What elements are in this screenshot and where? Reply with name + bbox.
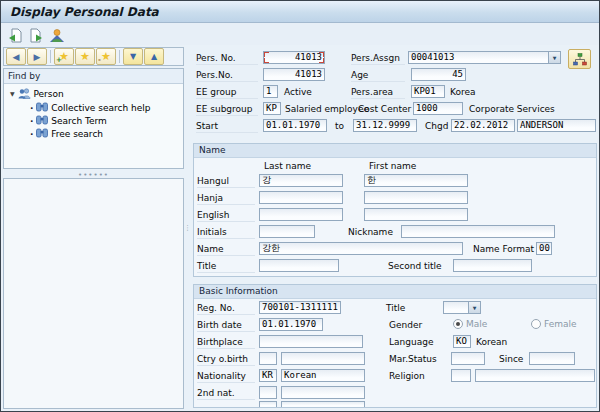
dropdown-arrow-icon[interactable]: ▼ xyxy=(468,302,480,313)
gender-label: Gender xyxy=(389,319,422,331)
forward-button[interactable]: ▶ xyxy=(27,48,47,65)
name-field[interactable]: 강한 xyxy=(259,242,463,255)
application-toolbar xyxy=(1,23,599,45)
name-section-header: Name xyxy=(194,144,596,158)
nationality-code-field[interactable]: KR xyxy=(259,369,277,382)
second-title-field[interactable] xyxy=(453,259,532,272)
gender-female-label: Female xyxy=(544,318,577,330)
pers-no-label: Pers. No. xyxy=(196,52,258,65)
mar-status-label: Mar.Status xyxy=(389,353,437,365)
end-date-field[interactable]: 31.12.9999 xyxy=(353,119,417,132)
hangul-label: Hangul xyxy=(197,175,255,188)
pers-no2-field[interactable]: 41013 xyxy=(263,68,325,81)
org-structure-icon xyxy=(573,53,587,66)
minus-badge: - xyxy=(98,57,101,64)
english-first-field[interactable] xyxy=(364,208,468,221)
remove-favorite-button[interactable]: ★- xyxy=(96,48,116,65)
hangul-last-field[interactable]: 강 xyxy=(259,174,343,187)
sidebar-item-search-term[interactable]: · Search Term xyxy=(30,115,107,128)
first-name-column-header: First name xyxy=(369,160,416,172)
dropdown-arrow-icon[interactable]: ▼ xyxy=(548,52,560,63)
pers-no-field[interactable]: 41013 xyxy=(263,51,325,64)
start-date-field[interactable]: 01.01.1970 xyxy=(263,119,327,132)
ctry-birth-label: Ctry o.birth xyxy=(197,353,255,366)
gender-male-label: Male xyxy=(466,318,487,330)
next-hits-button[interactable]: ▼ xyxy=(123,48,143,65)
add-favorite-button[interactable]: ★+ xyxy=(54,48,74,65)
english-last-field[interactable] xyxy=(259,208,343,221)
chevron-down-icon: ▼ xyxy=(130,52,136,61)
chgd-date-field[interactable]: 22.02.2012 xyxy=(451,119,515,132)
next-record-button[interactable] xyxy=(25,25,45,45)
name-format-field[interactable]: 00 xyxy=(536,242,552,255)
basic-title-combo[interactable]: ▼ xyxy=(443,301,481,314)
ee-group-text: Active xyxy=(284,86,312,98)
vertical-splitter[interactable]: ⋮ xyxy=(185,47,190,409)
initials-label: Initials xyxy=(197,226,255,239)
search-sidebar: ◀ ▶ ★+ ★ ★- ▼ ▲ Find by ▼ Person xyxy=(3,47,184,409)
age-label: Age xyxy=(351,69,405,82)
personnel-button[interactable] xyxy=(47,25,67,45)
nickname-label: Nickname xyxy=(348,226,393,238)
religion-text-field[interactable] xyxy=(475,369,595,382)
pers-assgn-label: Pers.Assgn xyxy=(351,52,405,65)
arrow-left-icon: ◀ xyxy=(13,52,20,62)
sidebar-item-label: Search Term xyxy=(51,116,107,126)
tree-collapse-caret[interactable]: ▼ xyxy=(10,90,15,97)
sidebar-item-free-search[interactable]: · Free search xyxy=(30,128,103,141)
next-record-icon xyxy=(28,28,43,43)
back-button[interactable]: ◀ xyxy=(6,48,26,65)
find-by-panel: Find by ▼ Person · Collective sear xyxy=(3,68,184,169)
pers-assgn-combo[interactable]: 00041013▼ xyxy=(408,51,561,64)
hangul-first-field[interactable]: 한 xyxy=(364,174,468,187)
horizontal-splitter[interactable]: •••••• xyxy=(3,171,184,178)
previous-hits-button[interactable]: ▲ xyxy=(144,48,164,65)
extra-code-field[interactable] xyxy=(259,401,277,407)
title-label: Title xyxy=(197,260,255,273)
second-nat-code-field[interactable] xyxy=(259,386,277,399)
tree-node-person[interactable]: ▼ Person xyxy=(10,87,64,100)
chevron-up-icon: ▲ xyxy=(151,52,157,61)
gender-male-radio[interactable]: Male xyxy=(453,318,487,330)
gender-female-radio[interactable]: Female xyxy=(531,318,577,330)
chgd-user-field[interactable]: ANDERSON xyxy=(517,119,596,132)
religion-code-field[interactable] xyxy=(451,369,471,382)
ee-subgroup-text: Salaried employee xyxy=(285,103,369,115)
bullet: · xyxy=(30,129,33,139)
bullet: · xyxy=(30,103,33,113)
tree-node-label: Person xyxy=(33,89,63,99)
title-field[interactable] xyxy=(259,259,339,272)
cost-center-field[interactable]: 1000 xyxy=(413,102,463,115)
ee-group-field[interactable]: 1 xyxy=(263,85,278,98)
mar-status-field[interactable] xyxy=(451,352,485,365)
extra-text-field[interactable] xyxy=(281,401,365,407)
ctry-birth-code-field[interactable] xyxy=(259,352,277,365)
arrow-right-icon: ▶ xyxy=(34,52,41,62)
initials-field[interactable] xyxy=(259,225,315,238)
ee-group-label: EE group xyxy=(196,86,258,99)
ee-subgroup-field[interactable]: KP xyxy=(263,102,281,115)
second-nat-text-field[interactable] xyxy=(281,386,365,399)
nationality-text-field[interactable]: Korean xyxy=(281,369,365,382)
hanja-first-field[interactable] xyxy=(364,191,468,204)
since-field[interactable] xyxy=(529,352,575,365)
birth-date-field[interactable]: 01.01.1970 xyxy=(259,318,323,331)
nickname-field[interactable] xyxy=(401,225,555,238)
org-assignment-button[interactable] xyxy=(568,49,591,69)
ctry-birth-text-field[interactable] xyxy=(281,352,365,365)
age-field[interactable]: 45 xyxy=(411,68,466,81)
language-code-field[interactable]: KO xyxy=(453,335,471,348)
english-label: English xyxy=(197,209,255,222)
pers-area-text: Korea xyxy=(450,86,476,98)
toolbar-divider xyxy=(119,50,120,63)
name-label: Name xyxy=(197,243,255,256)
favorites-button[interactable]: ★ xyxy=(75,48,95,65)
binoculars-icon xyxy=(36,115,48,125)
reg-no-field[interactable]: 700101-1311111 xyxy=(259,301,341,314)
sidebar-item-collective-search-help[interactable]: · Collective search help xyxy=(30,102,150,115)
previous-record-icon xyxy=(8,28,23,43)
birthplace-field[interactable] xyxy=(259,335,363,348)
previous-record-button[interactable] xyxy=(5,25,25,45)
hanja-last-field[interactable] xyxy=(259,191,343,204)
pers-area-field[interactable]: KP01 xyxy=(411,85,445,98)
